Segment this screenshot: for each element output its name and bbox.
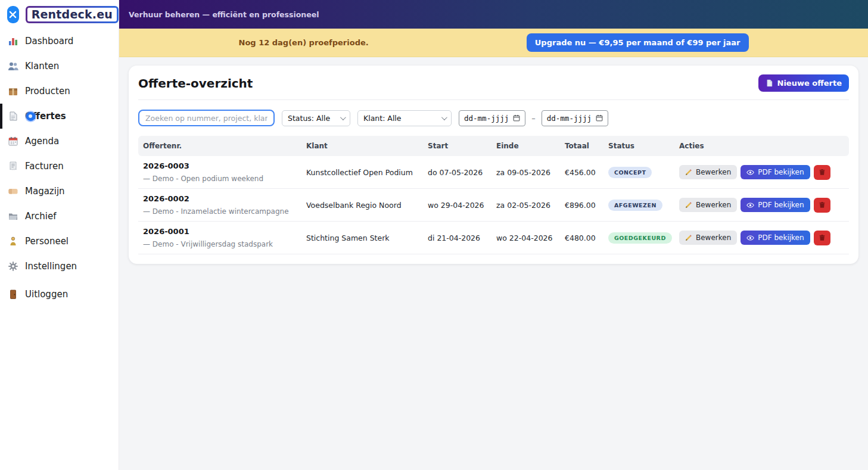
pencil-icon bbox=[685, 169, 692, 176]
view-pdf-button[interactable]: PDF bekijken bbox=[741, 198, 810, 212]
sidebar-item-dashboard[interactable]: Dashboard bbox=[0, 29, 119, 54]
eye-icon bbox=[746, 169, 754, 176]
edit-button[interactable]: Bewerken bbox=[679, 165, 737, 179]
view-pdf-button-label: PDF bekijken bbox=[758, 201, 804, 209]
sidebar-item-offertes[interactable]: Offertes bbox=[0, 104, 119, 129]
quotes-table: Offertenr. Klant Start Einde Totaal Stat… bbox=[138, 136, 849, 254]
quote-client: Stichting Samen Sterk bbox=[301, 222, 423, 254]
sidebar-item-label: Uitloggen bbox=[25, 289, 68, 300]
view-pdf-button[interactable]: PDF bekijken bbox=[741, 165, 810, 179]
quote-client: Voedselbank Regio Noord bbox=[301, 189, 423, 222]
trash-icon bbox=[819, 234, 826, 241]
sidebar-item-producten[interactable]: Producten bbox=[0, 79, 119, 104]
top-bar: Verhuur beheren — efficiënt en professio… bbox=[119, 0, 868, 29]
warehouse-icon bbox=[8, 186, 18, 197]
quotes-card: Offerte-overzicht Nieuwe offerte Status:… bbox=[129, 66, 858, 264]
view-pdf-button[interactable]: PDF bekijken bbox=[741, 231, 810, 245]
header-einde: Einde bbox=[491, 136, 560, 156]
sidebar-item-label: Klanten bbox=[25, 61, 59, 71]
table-row: 2026-0003 — Demo - Open podium weekend K… bbox=[138, 156, 849, 189]
quote-project: — Demo - Inzamelactie wintercampagne bbox=[143, 207, 297, 216]
page-title: Offerte-overzicht bbox=[138, 76, 253, 91]
quote-project: — Demo - Open podium weekend bbox=[143, 175, 297, 183]
sidebar-item-label: Agenda bbox=[25, 136, 59, 147]
date-from-value: dd-mm-jjjj bbox=[464, 114, 509, 123]
people-icon bbox=[8, 61, 18, 71]
edit-button-label: Bewerken bbox=[696, 168, 731, 176]
quote-total: €480.00 bbox=[560, 222, 603, 254]
status-badge: AFGEWEZEN bbox=[608, 200, 662, 211]
sidebar-item-agenda[interactable]: Agenda bbox=[0, 129, 119, 154]
sidebar-item-label: Dashboard bbox=[25, 36, 73, 46]
delete-button[interactable] bbox=[814, 231, 830, 245]
header-totaal: Totaal bbox=[560, 136, 603, 156]
chevron-down-icon bbox=[340, 114, 346, 120]
trial-message: Nog 12 dag(en) proefperiode. bbox=[239, 38, 369, 47]
quote-end-date: za 09-05-2026 bbox=[491, 156, 560, 189]
sidebar-item-label: Archief bbox=[25, 211, 57, 222]
receipt-icon bbox=[8, 161, 18, 172]
app-tagline: Verhuur beheren — efficiënt en professio… bbox=[129, 10, 319, 19]
quote-start-date: di 21-04-2026 bbox=[423, 222, 491, 254]
quote-project: — Demo - Vrijwilligersdag stadspark bbox=[143, 240, 297, 248]
edit-button[interactable]: Bewerken bbox=[679, 198, 737, 212]
sidebar-item-facturen[interactable]: Facturen bbox=[0, 154, 119, 179]
sidebar: Rentdeck.eu Dashboard Klanten Producten bbox=[0, 0, 119, 470]
sidebar-item-label: Instellingen bbox=[25, 261, 77, 272]
new-quote-button[interactable]: Nieuwe offerte bbox=[758, 74, 849, 92]
header-klant: Klant bbox=[301, 136, 423, 156]
calendar-icon bbox=[8, 136, 18, 147]
gear-icon bbox=[8, 261, 18, 272]
cursor-marker bbox=[26, 112, 35, 121]
sidebar-nav: Dashboard Klanten Producten Offertes Age… bbox=[0, 29, 119, 307]
client-filter-value: Klant: Alle bbox=[363, 114, 402, 123]
sidebar-item-label: Magazijn bbox=[25, 186, 65, 197]
sidebar-item-label: Facturen bbox=[25, 161, 64, 172]
close-sidebar-button[interactable] bbox=[7, 6, 19, 23]
sidebar-item-archief[interactable]: Archief bbox=[0, 204, 119, 229]
delete-button[interactable] bbox=[814, 165, 830, 180]
quote-total: €456.00 bbox=[560, 156, 603, 189]
status-filter-select[interactable]: Status: Alle bbox=[282, 110, 350, 126]
edit-button-label: Bewerken bbox=[696, 201, 731, 209]
search-input[interactable] bbox=[138, 110, 275, 126]
sidebar-item-label: Producten bbox=[25, 86, 70, 97]
door-icon bbox=[8, 289, 18, 300]
document-icon bbox=[8, 111, 18, 122]
main-content: Offerte-overzicht Nieuwe offerte Status:… bbox=[119, 57, 868, 470]
calendar-icon bbox=[513, 114, 520, 122]
quote-client: Kunstcollectief Open Podium bbox=[301, 156, 423, 189]
calendar-icon bbox=[596, 114, 603, 122]
quote-number: 2026-0003 bbox=[143, 161, 297, 170]
quote-start-date: wo 29-04-2026 bbox=[423, 189, 491, 222]
sidebar-item-uitloggen[interactable]: Uitloggen bbox=[0, 282, 119, 307]
bar-chart-icon bbox=[8, 36, 18, 46]
eye-icon bbox=[746, 234, 754, 242]
edit-button-label: Bewerken bbox=[696, 234, 731, 242]
status-badge: CONCEPT bbox=[608, 167, 652, 178]
header-acties: Acties bbox=[674, 136, 849, 156]
app-logo-text: Rentdeck.eu bbox=[27, 8, 117, 21]
sidebar-item-magazijn[interactable]: Magazijn bbox=[0, 179, 119, 204]
quotes-card-header: Offerte-overzicht Nieuwe offerte bbox=[138, 66, 849, 100]
status-filter-value: Status: Alle bbox=[288, 114, 330, 123]
folder-icon bbox=[8, 211, 18, 222]
upgrade-button[interactable]: Upgrade nu — €9,95 per maand of €99 per … bbox=[527, 33, 749, 52]
date-from-input[interactable]: dd-mm-jjjj bbox=[459, 110, 525, 126]
header-offertenr: Offertenr. bbox=[138, 136, 301, 156]
document-icon bbox=[766, 79, 773, 87]
view-pdf-button-label: PDF bekijken bbox=[758, 168, 804, 176]
date-to-input[interactable]: dd-mm-jjjj bbox=[542, 110, 608, 126]
client-filter-select[interactable]: Klant: Alle bbox=[357, 110, 452, 126]
quote-number: 2026-0001 bbox=[143, 227, 297, 236]
sidebar-item-klanten[interactable]: Klanten bbox=[0, 54, 119, 79]
new-quote-button-label: Nieuwe offerte bbox=[777, 79, 842, 88]
delete-button[interactable] bbox=[814, 198, 830, 213]
chevron-down-icon bbox=[441, 114, 447, 120]
sidebar-item-personeel[interactable]: Personeel bbox=[0, 229, 119, 254]
quote-end-date: za 02-05-2026 bbox=[491, 189, 560, 222]
edit-button[interactable]: Bewerken bbox=[679, 231, 737, 245]
person-icon bbox=[8, 236, 18, 247]
date-range-separator: – bbox=[531, 114, 536, 123]
sidebar-item-instellingen[interactable]: Instellingen bbox=[0, 254, 119, 279]
